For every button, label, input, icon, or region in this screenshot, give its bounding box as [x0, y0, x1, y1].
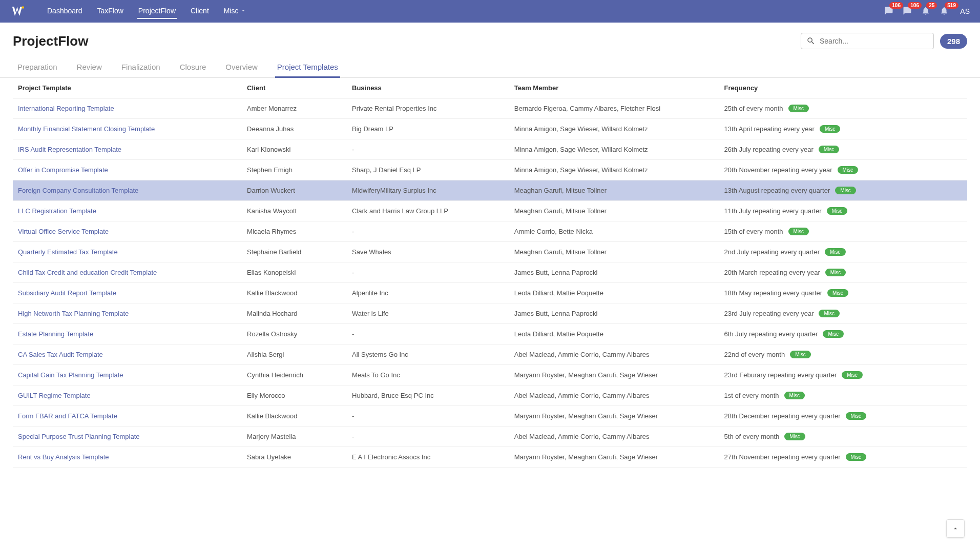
frequency-text: 2nd July repeating every quarter: [724, 248, 820, 256]
frequency-text: 1st of every month: [724, 392, 779, 399]
client-cell: Elias Konopelski: [242, 262, 347, 283]
misc-badge[interactable]: Misc: [823, 330, 844, 338]
table-row[interactable]: Form FBAR and FATCA TemplateKallie Black…: [13, 406, 967, 427]
nav-item-misc[interactable]: Misc: [223, 4, 247, 19]
table-row[interactable]: GUILT Regime TemplateElly MoroccoHubbard…: [13, 385, 967, 406]
team-cell: Minna Amigon, Sage Wieser, Willard Kolme…: [509, 119, 719, 139]
notification-bell-2[interactable]: 25: [921, 6, 930, 17]
template-link[interactable]: High Networth Tax Planning Template: [18, 310, 129, 317]
template-link[interactable]: Quarterly Estimated Tax Template: [18, 248, 118, 256]
business-cell: -: [347, 324, 509, 344]
template-link[interactable]: Form FBAR and FATCA Template: [18, 412, 117, 420]
team-cell: Bernardo Figeroa, Cammy Albares, Fletche…: [509, 98, 719, 119]
template-link[interactable]: Subsidiary Audit Report Template: [18, 289, 116, 297]
template-link[interactable]: IRS Audit Representation Template: [18, 146, 121, 153]
client-cell: Stephen Emigh: [242, 160, 347, 180]
misc-badge[interactable]: Misc: [838, 166, 859, 174]
client-cell: Kanisha Waycott: [242, 201, 347, 221]
nav-item-dashboard[interactable]: Dashboard: [46, 4, 84, 19]
table-row[interactable]: Subsidiary Audit Report TemplateKallie B…: [13, 283, 967, 303]
tab-preparation[interactable]: Preparation: [15, 57, 59, 78]
misc-badge[interactable]: Misc: [819, 310, 840, 317]
templates-table: Project Template Client Business Team Me…: [13, 78, 967, 468]
template-link[interactable]: GUILT Regime Template: [18, 392, 91, 399]
template-link[interactable]: Capital Gain Tax Planning Template: [18, 371, 123, 379]
template-link[interactable]: Child Tax Credit and education Credit Te…: [18, 269, 157, 276]
table-row[interactable]: Quarterly Estimated Tax TemplateStephain…: [13, 242, 967, 262]
frequency-text: 23rd July repeating every year: [724, 310, 814, 317]
frequency-text: 22nd of every month: [724, 351, 785, 358]
misc-badge[interactable]: Misc: [846, 453, 867, 461]
template-link[interactable]: CA Sales Tax Audit Template: [18, 351, 103, 358]
table-row[interactable]: Rent vs Buy Analysis TemplateSabra Uyeta…: [13, 447, 967, 468]
tab-overview[interactable]: Overview: [223, 57, 260, 78]
col-header-business[interactable]: Business: [347, 78, 509, 98]
user-initials[interactable]: AS: [960, 7, 970, 15]
app-logo[interactable]: [10, 4, 26, 19]
misc-badge[interactable]: Misc: [784, 392, 805, 399]
table-row[interactable]: Capital Gain Tax Planning TemplateCynthi…: [13, 365, 967, 385]
tab-review[interactable]: Review: [75, 57, 104, 78]
template-link[interactable]: Estate Planning Template: [18, 330, 93, 338]
nav-item-projectflow[interactable]: ProjectFlow: [137, 4, 177, 19]
table-row[interactable]: Monthly Financial Statement Closing Temp…: [13, 119, 967, 139]
business-cell: Private Rental Properties Inc: [347, 98, 509, 119]
misc-badge[interactable]: Misc: [788, 105, 809, 112]
misc-badge[interactable]: Misc: [819, 146, 840, 153]
table-row[interactable]: Offer in Compromise TemplateStephen Emig…: [13, 160, 967, 180]
nav-item-taxflow[interactable]: TaxFlow: [96, 4, 124, 19]
notification-bell-3[interactable]: 519: [940, 6, 949, 17]
misc-badge[interactable]: Misc: [820, 125, 841, 133]
search-input[interactable]: [820, 37, 928, 45]
frequency-text: 13th April repeating every year: [724, 125, 815, 133]
misc-badge[interactable]: Misc: [788, 228, 809, 235]
template-link[interactable]: Foreign Company Consultation Template: [18, 187, 138, 194]
col-header-template[interactable]: Project Template: [13, 78, 242, 98]
tab-finalization[interactable]: Finalization: [119, 57, 162, 78]
table-row[interactable]: LLC Registration TemplateKanisha Waycott…: [13, 201, 967, 221]
col-header-frequency[interactable]: Frequency: [719, 78, 967, 98]
business-cell: -: [347, 139, 509, 160]
col-header-client[interactable]: Client: [242, 78, 347, 98]
notification-chat-1[interactable]: 106: [903, 6, 912, 17]
template-link[interactable]: Monthly Financial Statement Closing Temp…: [18, 125, 155, 133]
template-link[interactable]: Special Purpose Trust Planning Template: [18, 433, 140, 440]
business-cell: Alpenlite Inc: [347, 283, 509, 303]
misc-badge[interactable]: Misc: [825, 269, 846, 276]
misc-badge[interactable]: Misc: [842, 371, 863, 379]
table-row[interactable]: High Networth Tax Planning TemplateMalin…: [13, 303, 967, 324]
table-row[interactable]: IRS Audit Representation TemplateKarl Kl…: [13, 139, 967, 160]
tab-project-templates[interactable]: Project Templates: [275, 57, 340, 78]
tab-closure[interactable]: Closure: [178, 57, 208, 78]
table-row[interactable]: Child Tax Credit and education Credit Te…: [13, 262, 967, 283]
template-link[interactable]: LLC Registration Template: [18, 207, 96, 215]
business-cell: Clark and Harris Law Group LLP: [347, 201, 509, 221]
misc-badge[interactable]: Misc: [827, 207, 848, 215]
business-cell: Save Whales: [347, 242, 509, 262]
table-row[interactable]: CA Sales Tax Audit TemplateAlishia Sergi…: [13, 344, 967, 365]
table-row[interactable]: Virtual Office Service TemplateMicaela R…: [13, 221, 967, 242]
team-cell: James Butt, Lenna Paprocki: [509, 262, 719, 283]
table-row[interactable]: Special Purpose Trust Planning TemplateM…: [13, 427, 967, 447]
misc-badge[interactable]: Misc: [784, 433, 805, 440]
misc-badge[interactable]: Misc: [827, 289, 848, 297]
misc-badge[interactable]: Misc: [835, 187, 856, 194]
table-row[interactable]: International Reporting TemplateAmber Mo…: [13, 98, 967, 119]
col-header-team[interactable]: Team Member: [509, 78, 719, 98]
table-row[interactable]: Estate Planning TemplateRozella Ostrosky…: [13, 324, 967, 344]
business-cell: E A I Electronic Assocs Inc: [347, 447, 509, 468]
business-cell: -: [347, 406, 509, 427]
template-link[interactable]: Virtual Office Service Template: [18, 228, 109, 235]
misc-badge[interactable]: Misc: [825, 248, 846, 256]
misc-badge[interactable]: Misc: [846, 412, 867, 420]
template-link[interactable]: International Reporting Template: [18, 105, 114, 112]
search-box[interactable]: [801, 33, 934, 49]
table-row[interactable]: Foreign Company Consultation TemplateDar…: [13, 180, 967, 201]
template-link[interactable]: Rent vs Buy Analysis Template: [18, 453, 109, 461]
notification-chat-0[interactable]: 106: [884, 6, 893, 17]
nav-item-client[interactable]: Client: [190, 4, 210, 19]
misc-badge[interactable]: Misc: [790, 351, 811, 358]
notification-badge: 519: [945, 2, 958, 9]
team-cell: Abel Maclead, Ammie Corrio, Cammy Albare…: [509, 427, 719, 447]
template-link[interactable]: Offer in Compromise Template: [18, 166, 108, 174]
